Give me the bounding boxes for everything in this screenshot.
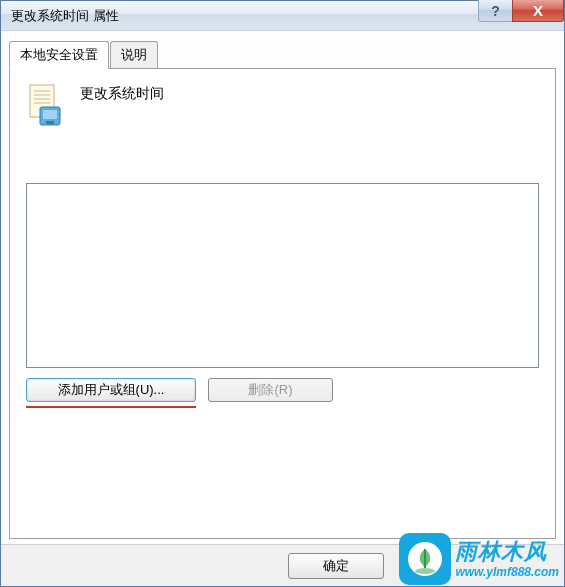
help-icon: ? [491,3,500,19]
close-button[interactable]: X [512,0,564,22]
tab-local-security[interactable]: 本地安全设置 [9,41,109,69]
tab-label: 本地安全设置 [20,47,98,62]
add-user-group-button[interactable]: 添加用户或组(U)... [26,378,196,402]
members-list[interactable] [26,183,539,368]
svg-rect-7 [46,121,54,124]
titlebar: 更改系统时间 属性 ? X [1,1,564,31]
policy-title: 更改系统时间 [80,83,164,103]
highlight-underline [26,406,196,408]
help-button[interactable]: ? [478,0,513,22]
button-label: 添加用户或组(U)... [58,381,165,399]
tab-label: 说明 [121,47,147,62]
policy-icon [26,83,62,127]
watermark-logo-icon [399,533,451,585]
svg-rect-6 [43,110,57,119]
remove-button: 删除(R) [208,378,333,402]
dialog-window: 更改系统时间 属性 ? X 本地安全设置 说明 [0,0,565,587]
watermark-text: 雨林木风 www.ylmf888.com [455,539,559,580]
policy-header: 更改系统时间 [26,83,539,127]
watermark-line2: www.ylmf888.com [455,565,559,579]
watermark: 雨林木风 www.ylmf888.com [399,533,559,585]
button-row: 添加用户或组(U)... 删除(R) [26,378,539,402]
titlebar-buttons: ? X [479,0,564,22]
tab-panel: 更改系统时间 添加用户或组(U)... 删除(R) [9,68,556,539]
ok-button[interactable]: 确定 [288,553,384,579]
close-icon: X [533,2,543,19]
tabs-row: 本地安全设置 说明 [9,41,556,68]
button-label: 删除(R) [248,381,292,399]
button-label: 确定 [323,557,349,575]
watermark-line1: 雨林木风 [455,539,559,565]
svg-point-10 [415,568,435,574]
client-area: 本地安全设置 说明 [1,31,564,544]
tab-container: 本地安全设置 说明 [9,41,556,536]
tab-description[interactable]: 说明 [110,41,158,68]
window-title: 更改系统时间 属性 [11,7,119,25]
